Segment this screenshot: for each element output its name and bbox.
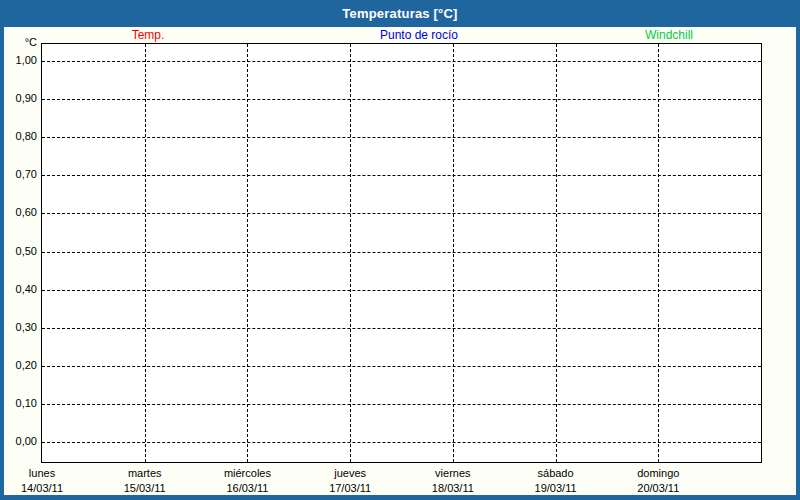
gridline-horizontal [42, 213, 761, 214]
gridline-horizontal [42, 137, 761, 138]
y-axis-tick-label: 0,10 [4, 397, 37, 410]
legend: Temp. Punto de rocío Windchill [4, 27, 796, 43]
gridline-horizontal [42, 442, 761, 443]
gridline-horizontal [42, 99, 761, 100]
gridline-vertical [556, 44, 557, 462]
gridline-vertical [145, 44, 146, 462]
gridline-vertical [658, 44, 659, 462]
legend-item-temp: Temp. [132, 28, 165, 42]
y-axis-tick-label: 0,40 [4, 283, 37, 296]
gridline-horizontal [42, 61, 761, 62]
x-axis-date-label: 19/03/11 [535, 482, 577, 495]
y-axis-tick-label: 0,20 [4, 359, 37, 372]
x-axis-day-label: domingo [637, 467, 679, 480]
gridline-vertical [350, 44, 351, 462]
x-axis-date-label: 16/03/11 [226, 482, 268, 495]
x-axis-date-label: 14/03/11 [21, 482, 63, 495]
x-axis-day-label: viernes [435, 467, 470, 480]
y-axis-tick-label: 1,00 [4, 54, 37, 67]
gridline-horizontal [42, 366, 761, 367]
x-axis-day-label: sábado [538, 467, 574, 480]
chart-window: Temperaturas [°C] Temp. Punto de rocío W… [0, 0, 800, 500]
chart-area: Temp. Punto de rocío Windchill °C 1,000,… [4, 27, 796, 495]
legend-item-windchill: Windchill [645, 28, 693, 42]
y-axis-tick-label: 0,60 [4, 206, 37, 219]
legend-item-dew-point: Punto de rocío [380, 28, 458, 42]
gridline-horizontal [42, 404, 761, 405]
gridline-horizontal [42, 328, 761, 329]
y-axis-tick-label: 0,80 [4, 130, 37, 143]
x-axis-day-label: lunes [29, 467, 55, 480]
gridline-horizontal [42, 252, 761, 253]
x-axis-day-label: jueves [334, 467, 366, 480]
y-axis-tick-label: 0,00 [4, 435, 37, 448]
y-axis-unit-label: °C [4, 36, 37, 48]
gridline-vertical [453, 44, 454, 462]
x-axis-day-label: martes [128, 467, 162, 480]
x-axis-date-label: 18/03/11 [432, 482, 474, 495]
y-axis-tick-label: 0,70 [4, 168, 37, 181]
plot-area [41, 43, 762, 463]
gridline-vertical [247, 44, 248, 462]
x-axis-date-label: 20/03/11 [637, 482, 679, 495]
title-bar: Temperaturas [°C] [0, 0, 800, 27]
y-axis-tick-label: 0,50 [4, 245, 37, 258]
gridline-horizontal [42, 175, 761, 176]
x-axis-date-label: 15/03/11 [124, 482, 166, 495]
y-axis-tick-label: 0,90 [4, 92, 37, 105]
page-title: Temperaturas [°C] [342, 6, 457, 21]
x-axis-date-label: 17/03/11 [329, 482, 371, 495]
gridline-horizontal [42, 290, 761, 291]
y-axis-tick-label: 0,30 [4, 321, 37, 334]
x-axis-day-label: miércoles [224, 467, 271, 480]
